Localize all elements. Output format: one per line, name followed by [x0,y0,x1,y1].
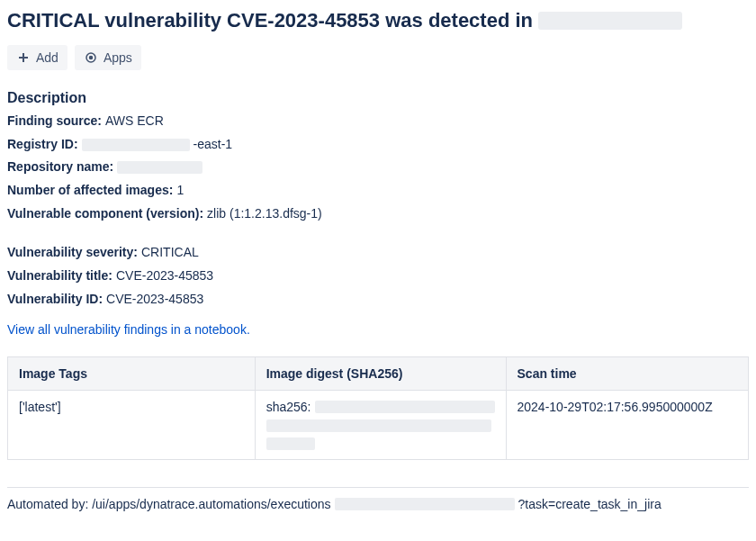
registry-id-suffix: -east-1 [194,135,233,155]
redacted-digest-2 [266,419,491,432]
table-header-row: Image Tags Image digest (SHA256) Scan ti… [8,356,749,390]
col-image-tags: Image Tags [8,356,256,390]
redacted-registry-id [82,139,190,151]
plus-icon [16,50,31,65]
severity-value: CRITICAL [141,243,199,263]
footer-prefix: Automated by: /ui/apps/dynatrace.automat… [7,497,331,511]
vulnerable-component-value: zlib (1:1.2.13.dfsg-1) [207,204,322,224]
apps-icon [84,50,98,65]
registry-id: Registry ID: -east-1 [7,135,749,155]
findings-table: Image Tags Image digest (SHA256) Scan ti… [7,356,749,460]
severity-label: Vulnerability severity: [7,243,138,263]
add-label: Add [36,50,58,65]
affected-images: Number of affected images: 1 [7,181,749,201]
description-heading: Description [7,90,749,106]
vuln-title-value: CVE-2023-45853 [116,266,213,286]
affected-images-label: Number of affected images: [7,181,173,201]
repository-name-label: Repository name: [7,158,113,177]
registry-id-label: Registry ID: [7,135,78,155]
title-text: CRITICAL vulnerability CVE-2023-45853 wa… [7,9,533,32]
redacted-footer [335,498,515,510]
vulnerability-title: Vulnerability title: CVE-2023-45853 [7,266,749,286]
view-findings-link[interactable]: View all vulnerability findings in a not… [7,322,250,337]
footer-suffix: ?task=create_task_in_jira [518,497,662,511]
repository-name: Repository name: [7,158,749,177]
page-title: CRITICAL vulnerability CVE-2023-45853 wa… [7,9,749,32]
vuln-title-label: Vulnerability title: [7,266,112,286]
vulnerability-id: Vulnerability ID: CVE-2023-45853 [7,290,749,310]
cell-image-digest: sha256: [255,390,506,459]
redacted-title-suffix [538,12,682,30]
finding-source-value: AWS ECR [105,112,164,131]
finding-source: Finding source: AWS ECR [7,112,749,131]
toolbar: Add Apps [7,45,749,70]
footer-text: Automated by: /ui/apps/dynatrace.automat… [7,497,749,511]
affected-images-value: 1 [176,181,184,201]
vulnerable-component-label: Vulnerable component (version): [7,204,203,224]
redacted-digest-3 [266,437,315,450]
vuln-id-label: Vulnerability ID: [7,290,103,310]
apps-label: Apps [104,50,132,65]
apps-button[interactable]: Apps [75,45,141,70]
vulnerable-component: Vulnerable component (version): zlib (1:… [7,204,749,224]
vulnerability-severity: Vulnerability severity: CRITICAL [7,243,749,263]
redacted-repository-name [117,161,202,174]
finding-source-label: Finding source: [7,112,102,131]
col-image-digest: Image digest (SHA256) [255,356,506,390]
digest-prefix: sha256: [266,400,311,414]
table-row: ['latest'] sha256: 2024-10-29T02:17:56.9… [8,390,749,459]
svg-point-1 [89,57,92,59]
cell-image-tags: ['latest'] [8,390,256,459]
vuln-id-value: CVE-2023-45853 [106,290,203,310]
add-button[interactable]: Add [7,45,68,70]
cell-scan-time: 2024-10-29T02:17:56.995000000Z [506,390,748,459]
footer-divider [7,487,749,488]
col-scan-time: Scan time [506,356,748,390]
redacted-digest-1 [315,401,495,413]
